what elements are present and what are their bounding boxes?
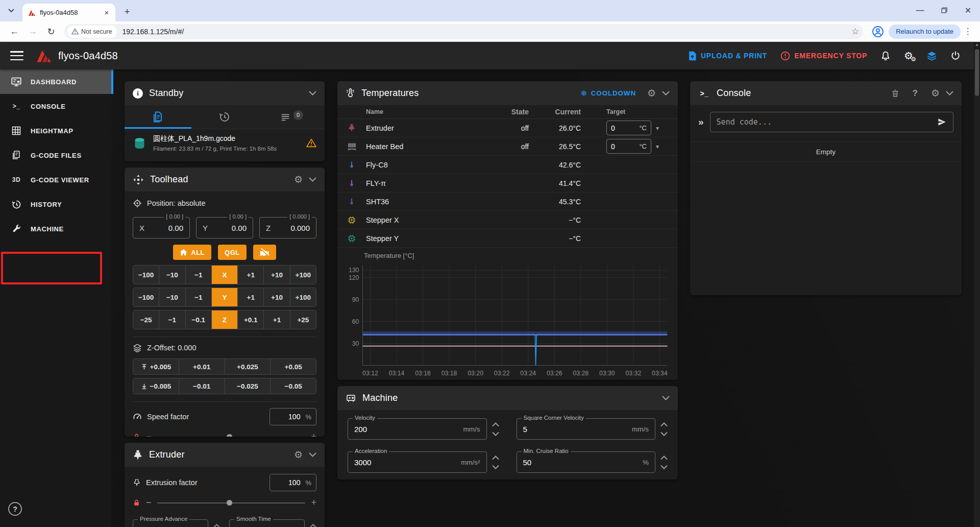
z-offset-down-button[interactable]: −0.01 xyxy=(179,378,225,394)
console-help-button[interactable]: ? xyxy=(913,88,918,99)
sidebar-item-history[interactable]: HISTORY xyxy=(0,192,111,217)
step-up-button[interactable] xyxy=(213,524,220,527)
console-collapse-button[interactable] xyxy=(946,91,953,95)
machine-collapse-button[interactable] xyxy=(662,396,670,400)
jog-button[interactable]: −10 xyxy=(159,288,185,306)
page-scrollbar[interactable]: ▲ xyxy=(974,42,980,527)
last-job-row[interactable]: 圆柱体_PLA_1h9m.gcode Filament: 23.83 m / 7… xyxy=(125,129,325,158)
upload-and-print-button[interactable]: UPLOAD & PRINT xyxy=(688,51,767,61)
jog-button[interactable]: +25 xyxy=(290,310,316,329)
services-button[interactable]: ⚙ ⚙ xyxy=(904,51,913,61)
bookmark-star-icon[interactable]: ☆ xyxy=(851,26,859,37)
sidebar-item-console[interactable]: >_ CONSOLE xyxy=(0,94,111,118)
temperatures-collapse-button[interactable] xyxy=(662,91,670,95)
status-panel-header[interactable]: i Standby xyxy=(125,81,325,105)
console-settings-button[interactable]: ⚙ xyxy=(931,88,940,98)
home-all-button[interactable]: ALL xyxy=(173,245,211,260)
extrusion-factor-slider[interactable] xyxy=(157,502,306,504)
step-up-button[interactable] xyxy=(660,456,668,460)
speed-factor-input[interactable]: 100 % xyxy=(270,408,316,425)
step-down-button[interactable] xyxy=(660,432,668,436)
axis-z-button[interactable]: Z xyxy=(211,310,237,329)
x-position-field[interactable]: [ 0.00 ] X 0.00 xyxy=(133,217,190,238)
forward-button[interactable]: → xyxy=(24,23,41,40)
scrollbar-thumb[interactable] xyxy=(975,49,979,96)
step-up-button[interactable] xyxy=(492,456,499,460)
layers-button[interactable] xyxy=(926,51,937,61)
velocity-input[interactable]: Velocity 200 mm/s xyxy=(348,418,487,440)
jog-button[interactable]: +10 xyxy=(263,288,289,306)
jog-button[interactable]: −1 xyxy=(185,266,211,284)
extruder-collapse-button[interactable] xyxy=(309,452,316,457)
send-icon[interactable] xyxy=(937,117,947,127)
extruder-target-input[interactable]: 0 °C xyxy=(606,121,651,135)
cooldown-button[interactable]: ❄ COOLDOWN xyxy=(580,89,636,98)
step-down-button[interactable] xyxy=(660,465,668,469)
temperature-row-sht36[interactable]: SHT36 45.3°C xyxy=(337,193,678,211)
slider-thumb[interactable] xyxy=(227,500,232,506)
y-position-field[interactable]: [ 0.00 ] Y 0.00 xyxy=(196,217,253,238)
acceleration-input[interactable]: Acceleration 3000 mm/s² xyxy=(348,451,487,473)
notifications-button[interactable] xyxy=(880,51,891,61)
sidebar-item-gcode-files[interactable]: G-CODE FILES xyxy=(0,143,111,167)
jog-button[interactable]: −25 xyxy=(133,310,159,329)
sidebar-item-machine[interactable]: MACHINE xyxy=(0,217,111,241)
window-maximize-button[interactable] xyxy=(932,0,956,20)
tab-close-button[interactable]: × xyxy=(102,8,111,17)
square-corner-velocity-input[interactable]: Square Corner Velocity 5 mm/s xyxy=(517,418,656,440)
smooth-time-input[interactable]: Smooth Time 0.04 s xyxy=(229,519,305,527)
axis-y-button[interactable]: Y xyxy=(211,288,237,306)
jog-button[interactable]: −100 xyxy=(133,266,159,284)
z-offset-down-button[interactable]: −0.005 xyxy=(133,378,179,394)
qgl-button[interactable]: QGL xyxy=(218,245,247,260)
jog-button[interactable]: +0.1 xyxy=(237,310,263,329)
profile-avatar[interactable] xyxy=(870,24,886,39)
extrusion-increase-button[interactable]: + xyxy=(311,497,316,508)
slider-thumb[interactable] xyxy=(227,434,232,437)
console-command-field[interactable] xyxy=(710,112,953,132)
z-offset-down-button[interactable]: −0.025 xyxy=(225,378,271,394)
power-button[interactable] xyxy=(950,51,961,61)
target-dropdown-caret[interactable]: ▾ xyxy=(656,143,659,150)
console-command-input[interactable] xyxy=(717,117,933,127)
step-down-button[interactable] xyxy=(492,465,499,469)
window-minimize-button[interactable]: — xyxy=(908,0,932,20)
toolhead-settings-button[interactable]: ⚙ xyxy=(294,175,303,184)
window-close-button[interactable]: ✕ xyxy=(956,0,980,20)
help-button[interactable]: ? xyxy=(8,502,22,516)
relaunch-update-button[interactable]: Relaunch to update xyxy=(889,25,961,39)
z-offset-up-button[interactable]: +0.05 xyxy=(270,359,316,374)
address-bar[interactable]: Not secure 192.168.1.125/m/#/ ☆ xyxy=(64,24,863,39)
jog-button[interactable]: −100 xyxy=(133,288,159,306)
toolhead-collapse-button[interactable] xyxy=(309,177,316,182)
jog-button[interactable]: +100 xyxy=(290,288,316,306)
temperature-row-fly-c8[interactable]: Fly-C8 42.6°C xyxy=(337,156,678,174)
speed-increase-button[interactable]: + xyxy=(311,432,316,437)
jog-button[interactable]: −0.1 xyxy=(185,310,211,329)
back-button[interactable]: ← xyxy=(6,23,22,40)
extrusion-factor-input[interactable]: 100 % xyxy=(270,474,316,491)
z-offset-up-button[interactable]: +0.025 xyxy=(225,359,271,374)
jog-button[interactable]: −1 xyxy=(185,288,211,306)
z-offset-down-button[interactable]: −0.05 xyxy=(270,378,316,394)
jog-button[interactable]: −1 xyxy=(159,310,185,329)
browser-menu-button[interactable]: ⋮ xyxy=(961,26,975,37)
tab-search-button[interactable] xyxy=(4,4,18,17)
lock-icon[interactable] xyxy=(133,433,140,437)
axis-x-button[interactable]: X xyxy=(211,266,237,284)
speed-decrease-button[interactable]: − xyxy=(146,432,152,437)
sidebar-item-gcode-viewer[interactable]: 3D G-CODE VIEWER xyxy=(0,167,111,192)
tab-reprint[interactable] xyxy=(125,105,191,129)
temperatures-settings-button[interactable]: ⚙ xyxy=(647,88,656,98)
status-collapse-button[interactable] xyxy=(309,91,316,95)
target-dropdown-caret[interactable]: ▾ xyxy=(656,125,659,132)
jog-button[interactable]: +10 xyxy=(263,266,289,284)
sidebar-item-heightmap[interactable]: HEIGHTMAP xyxy=(0,118,111,143)
scroll-up-arrow[interactable]: ▲ xyxy=(975,43,979,47)
jog-button[interactable]: +1 xyxy=(263,310,289,329)
console-expand-button[interactable]: » xyxy=(698,116,704,128)
temperature-row-stepper-x[interactable]: Stepper X −°C xyxy=(337,211,678,229)
step-up-button[interactable] xyxy=(310,524,316,527)
step-up-button[interactable] xyxy=(492,422,499,427)
jog-button[interactable]: +100 xyxy=(290,266,316,284)
